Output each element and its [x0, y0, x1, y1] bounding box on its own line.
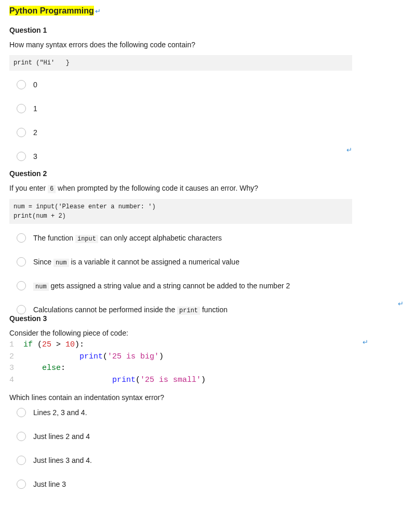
q2-prompt-pre: If you enter — [9, 184, 48, 192]
return-icon: ↵ — [346, 146, 352, 154]
return-icon: ↵ — [95, 7, 101, 15]
q2-option-0[interactable]: The function input can only accept alpha… — [17, 233, 406, 243]
option-label: Calculations cannot be performed inside … — [33, 305, 227, 314]
q3-prompt: Consider the following piece of code: — [9, 329, 406, 337]
radio-icon[interactable] — [17, 305, 26, 314]
option-label: 3 — [33, 152, 37, 161]
option-label: Just lines 2 and 4 — [33, 432, 90, 441]
page-title-row: Python Programming↵ — [9, 6, 406, 16]
question-3: Question 3 Consider the following piece … — [9, 314, 406, 489]
option-label: Since num is a variable it cannot be ass… — [33, 258, 239, 267]
q3-option-3[interactable]: Just line 3 — [17, 480, 406, 489]
question-1: Question 1 How many syntax errors does t… — [9, 26, 406, 154]
radio-icon[interactable] — [17, 432, 26, 441]
q1-option-1[interactable]: 1 — [17, 104, 406, 113]
option-label: Just lines 3 and 4. — [33, 456, 92, 464]
q2-options: The function input can only accept alpha… — [9, 233, 406, 314]
q2-option-2[interactable]: num gets assigned a string value and a s… — [17, 281, 406, 290]
page-title: Python Programming — [9, 6, 94, 16]
q2-code: num = input('Please enter a number: ') p… — [9, 199, 352, 224]
q3-options: Lines 2, 3 and 4. Just lines 2 and 4 Jus… — [9, 408, 406, 489]
q2-prompt-code: 6 — [48, 185, 56, 193]
q3-option-2[interactable]: Just lines 3 and 4. — [17, 456, 406, 465]
code-line-2: 2 print('25 is big') — [9, 351, 406, 363]
option-label: num gets assigned a string value and a s… — [33, 282, 290, 290]
return-icon: ↵ — [363, 338, 368, 346]
radio-icon[interactable] — [17, 480, 26, 489]
q3-option-0[interactable]: Lines 2, 3 and 4. — [17, 408, 406, 417]
code-line-3: 3 else: — [9, 363, 406, 375]
radio-icon[interactable] — [17, 408, 26, 417]
code-line-1: 1 if (25 > 10): — [9, 339, 406, 351]
q3-option-1[interactable]: Just lines 2 and 4 — [17, 432, 406, 441]
radio-icon[interactable] — [17, 257, 26, 267]
return-icon: ↵ — [398, 300, 404, 308]
radio-icon[interactable] — [17, 80, 26, 89]
option-label: 2 — [33, 128, 37, 137]
q3-code: 1 if (25 > 10): 2 print('25 is big') 3 e… — [9, 339, 406, 386]
radio-icon[interactable] — [17, 152, 26, 161]
option-label: 0 — [33, 81, 37, 89]
q3-prompt-2: Which lines contain an indentation synta… — [9, 393, 406, 402]
option-label: Lines 2, 3 and 4. — [33, 408, 87, 417]
q2-prompt-post: when prompted by the following code it c… — [56, 184, 258, 192]
q3-heading: Question 3 — [9, 314, 406, 323]
q2-prompt: If you enter 6 when prompted by the foll… — [9, 184, 406, 193]
option-label: Just line 3 — [33, 480, 66, 488]
q1-option-2[interactable]: 2 — [17, 128, 406, 137]
question-2: Question 2 If you enter 6 when prompted … — [9, 169, 406, 314]
radio-icon[interactable] — [17, 281, 26, 290]
q2-option-3[interactable]: Calculations cannot be performed inside … — [17, 305, 406, 314]
q1-heading: Question 1 — [9, 26, 406, 34]
q2-option-1[interactable]: Since num is a variable it cannot be ass… — [17, 257, 406, 267]
option-label: 1 — [33, 104, 37, 113]
radio-icon[interactable] — [17, 128, 26, 137]
radio-icon[interactable] — [17, 104, 26, 113]
return-mark-1: ↵ — [9, 145, 352, 154]
code-line-4: 4 print('25 is small') — [9, 375, 406, 387]
radio-icon[interactable] — [17, 233, 26, 243]
q1-code: print ("Hi' } — [9, 55, 352, 71]
option-label: The function input can only accept alpha… — [33, 234, 222, 243]
radio-icon[interactable] — [17, 456, 26, 465]
q2-heading: Question 2 — [9, 169, 406, 178]
q1-option-0[interactable]: 0 — [17, 80, 406, 89]
q1-prompt: How many syntax errors does the followin… — [9, 41, 406, 49]
